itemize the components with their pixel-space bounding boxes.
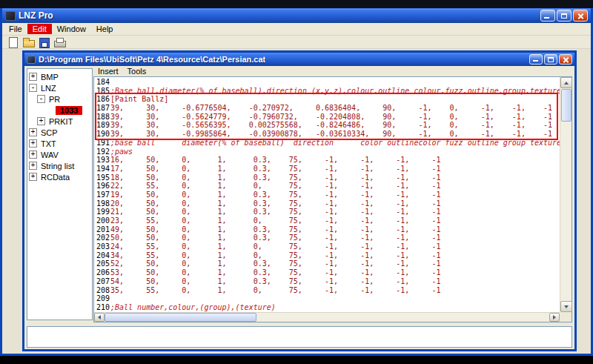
maximize-button[interactable] xyxy=(557,10,572,21)
tree-label: PR xyxy=(47,95,62,104)
minimize-icon xyxy=(533,60,538,62)
line-number: 193 xyxy=(96,156,110,165)
scroll-right-button[interactable] xyxy=(549,313,560,322)
line-text: 50, 50, 0, 1, 0.3, 75, -1, -1, -1, -1 xyxy=(110,234,441,242)
editor-line: 18939, 30, -0.5656395, 0.002575568, -0.8… xyxy=(96,121,560,130)
line-number: 210 xyxy=(96,303,110,312)
document-close-button[interactable] xyxy=(559,54,572,64)
line-text: ;Base ball,diameter(% of baseball),direc… xyxy=(110,87,560,95)
document-minimize-button[interactable] xyxy=(529,54,543,64)
line-text: 53, 50, 0, 1, 0.3, 75, -1, -1, -1, -1 xyxy=(110,268,441,277)
tree-item-txt[interactable]: +TXT xyxy=(27,138,92,149)
menu-item-edit[interactable]: Edit xyxy=(27,24,52,34)
horizontal-scrollbar[interactable] xyxy=(94,312,560,322)
save-icon[interactable] xyxy=(37,36,50,48)
editor-line: 20324, 55, 0, 1, 0, 75, -1, -1, -1, -1 xyxy=(96,242,560,251)
new-document-icon[interactable] xyxy=(6,36,19,48)
vertical-scrollbar[interactable] xyxy=(560,77,572,312)
tree-item-1033[interactable]: 1033 xyxy=(27,105,92,116)
main-title-bar[interactable]: LNZ Pro xyxy=(2,8,591,23)
editor-line: 20023, 55, 0, 1, 0, 75, -1, -1, -1, -1 xyxy=(96,216,560,225)
editor-line: 191;base ball diameter(% of baseball) di… xyxy=(96,139,560,148)
editor-line: 19820, 50, 0, 1, 0.3, 75, -1, -1, -1, -1 xyxy=(96,199,560,208)
collapse-icon[interactable]: - xyxy=(37,95,45,103)
line-text: 17, 50, 0, 1, 0.3, 75, -1, -1, -1, -1 xyxy=(110,165,441,173)
tree-label: TXT xyxy=(39,139,58,148)
menu-item-tools[interactable]: Tools xyxy=(123,67,151,76)
menu-item-file[interactable]: File xyxy=(4,24,27,34)
resource-tree[interactable]: +BMP-LNZ-PR1033+PRKIT+SCP+TXT+WAV+String… xyxy=(27,68,93,320)
line-number: 190 xyxy=(96,130,110,139)
tree-item-scp[interactable]: +SCP xyxy=(27,127,92,138)
menu-item-help[interactable]: Help xyxy=(91,24,119,34)
document-maximize-button[interactable] xyxy=(544,54,557,64)
editor-line: 20835, 55, 0, 1, 0, 75, -1, -1, -1, -1 xyxy=(96,286,560,295)
close-button[interactable] xyxy=(573,10,588,21)
editor-line: 210;Ball number,colour,(group),(texture) xyxy=(96,303,560,312)
line-number: 201 xyxy=(96,225,110,234)
tree-label: WAV xyxy=(39,150,60,159)
editor-line: 20149, 50, 0, 1, 0.3, 75, -1, -1, -1, -1 xyxy=(96,225,560,234)
editor-text-area[interactable]: 184185;Base ball,diameter(% of baseball)… xyxy=(94,77,560,312)
maximize-icon xyxy=(548,57,554,62)
scroll-down-button[interactable] xyxy=(560,301,572,312)
line-text: 24, 55, 0, 1, 0, 75, -1, -1, -1, -1 xyxy=(110,242,441,251)
expand-icon[interactable]: + xyxy=(29,150,37,159)
arrow-left-icon xyxy=(98,315,101,320)
expand-icon[interactable]: + xyxy=(29,73,37,81)
menu-item-insert[interactable]: Insert xyxy=(93,67,123,76)
line-text: 19, 50, 0, 1, 0.3, 75, -1, -1, -1, -1 xyxy=(110,191,441,199)
menu-item-window[interactable]: Window xyxy=(52,24,91,34)
minimize-icon xyxy=(544,17,549,19)
tree-item-prkit[interactable]: +PRKIT xyxy=(27,116,92,127)
line-number: 192 xyxy=(96,148,110,156)
tree-item-wav[interactable]: +WAV xyxy=(27,149,92,160)
background-window-strip xyxy=(0,0,593,8)
close-icon xyxy=(577,13,584,19)
vertical-scroll-thumb[interactable] xyxy=(561,89,572,122)
maximize-icon xyxy=(561,13,567,19)
lower-pane[interactable] xyxy=(27,326,572,348)
document-window-controls xyxy=(529,54,572,64)
editor-line: 19921, 50, 0, 1, 0.3, 75, -1, -1, -1, -1 xyxy=(96,208,560,216)
editor-line: 185;Base ball,diameter(% of baseball),di… xyxy=(96,87,560,96)
tree-item-pr[interactable]: -PR xyxy=(27,93,92,105)
line-number: 194 xyxy=(96,165,110,173)
collapse-icon[interactable]: - xyxy=(29,84,37,92)
minimize-button[interactable] xyxy=(540,10,555,21)
horizontal-scroll-thumb[interactable] xyxy=(105,313,256,322)
scroll-left-button[interactable] xyxy=(94,313,105,322)
line-text: 20, 50, 0, 1, 0.3, 75, -1, -1, -1, -1 xyxy=(110,199,441,208)
open-folder-icon[interactable] xyxy=(21,36,35,48)
menu-bar: FileEditWindowHelp xyxy=(2,23,591,36)
tree-item-bmp[interactable]: +BMP xyxy=(27,71,92,82)
expand-icon[interactable]: + xyxy=(37,117,45,125)
print-icon[interactable] xyxy=(53,36,66,48)
arrow-right-icon xyxy=(553,315,556,320)
tree-item-lnz[interactable]: -LNZ xyxy=(27,82,92,93)
line-number: 185 xyxy=(96,87,110,96)
expand-icon[interactable]: + xyxy=(29,173,37,181)
arrow-down-icon xyxy=(564,305,569,308)
editor-line: 19622, 55, 0, 1, 0, 75, -1, -1, -1, -1 xyxy=(96,182,560,191)
line-number: 208 xyxy=(96,286,110,295)
window-controls xyxy=(540,10,588,21)
line-number: 197 xyxy=(96,191,110,199)
line-number: 200 xyxy=(96,216,110,225)
tree-label: LNZ xyxy=(39,84,58,93)
tree-item-string-list[interactable]: +String list xyxy=(27,160,92,171)
line-text: 39, 30, -0.9985864, -0.03900878, -0.0361… xyxy=(110,130,552,138)
tree-item-rcdata[interactable]: +RCData xyxy=(27,171,92,182)
tree-label: String list xyxy=(39,162,76,171)
tree-label: SCP xyxy=(39,128,59,137)
document-icon xyxy=(27,56,36,64)
editor-line: 19417, 50, 0, 1, 0.3, 75, -1, -1, -1, -1 xyxy=(96,165,560,173)
line-number: 198 xyxy=(96,199,110,208)
document-title-bar[interactable]: D:\Program Files\UbiSoft\Petz 4\Resource… xyxy=(24,53,574,66)
expand-icon[interactable]: + xyxy=(29,139,37,148)
expand-icon[interactable]: + xyxy=(29,128,37,136)
editor-line: 20434, 55, 0, 1, 0, 75, -1, -1, -1, -1 xyxy=(96,251,560,260)
expand-icon[interactable]: + xyxy=(29,162,37,170)
scroll-up-button[interactable] xyxy=(560,77,572,88)
lnz-pro-window: LNZ Pro FileEditWindowHelp D:\Program Fi… xyxy=(0,8,593,356)
